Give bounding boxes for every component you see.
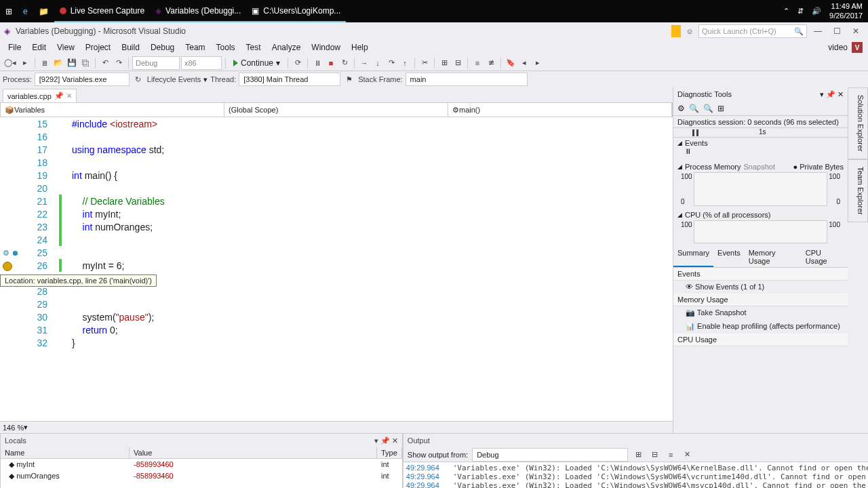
take-snapshot-link[interactable]: 📷 Take Snapshot: [673, 306, 848, 320]
start-button[interactable]: ⊞: [0, 0, 18, 22]
diag-tab-memory[interactable]: Memory Usage: [745, 247, 802, 267]
uncomment-icon[interactable]: ≢: [485, 56, 497, 70]
file-tab[interactable]: variables.cpp 📌 ✕: [3, 89, 77, 102]
solution-explorer-tab[interactable]: Solution Explorer: [848, 87, 868, 159]
continue-button[interactable]: Continue ▾: [229, 58, 284, 68]
tool-icon[interactable]: ✂: [418, 56, 431, 70]
output-clear-icon[interactable]: ✕: [681, 448, 693, 462]
tray-chevron-icon[interactable]: ⌃: [783, 7, 789, 16]
col-value[interactable]: Value: [130, 447, 377, 458]
stop-icon[interactable]: ■: [325, 56, 337, 70]
nav-class-select[interactable]: 📦 Variables: [1, 103, 224, 117]
menu-analyze[interactable]: Analyze: [267, 43, 307, 52]
lifecycle-icon[interactable]: ↻: [132, 73, 144, 86]
menu-window[interactable]: Window: [306, 43, 346, 52]
step-over-icon[interactable]: ↷: [385, 56, 397, 70]
output-tb-icon[interactable]: ⊞: [632, 448, 644, 462]
panel-close-icon[interactable]: ✕: [392, 436, 398, 445]
zoom-control[interactable]: 146 % ▾: [0, 421, 673, 433]
system-clock[interactable]: 11:49 AM9/26/2017: [829, 2, 863, 20]
thread-filter-icon[interactable]: ⚑: [343, 73, 355, 86]
col-name[interactable]: Name: [1, 447, 130, 458]
nav-back-icon[interactable]: ◯◂: [3, 56, 18, 70]
output-text[interactable]: 49:29.964 'Variables.exe' (Win32): Loade…: [403, 462, 868, 488]
video-badge[interactable]: V: [852, 42, 863, 53]
tray-volume-icon[interactable]: 🔊: [812, 7, 821, 16]
stack-select[interactable]: main: [406, 73, 528, 86]
tool2-icon[interactable]: ⊞: [438, 56, 450, 70]
taskbar-app-2[interactable]: ▣C:\Users\LogiKomp...: [246, 0, 346, 22]
team-explorer-tab[interactable]: Team Explorer: [848, 159, 868, 222]
comment-icon[interactable]: ≡: [471, 56, 484, 70]
breakpoint-icon[interactable]: [3, 262, 12, 271]
output-source-select[interactable]: Debug: [472, 448, 628, 462]
bookmark-icon[interactable]: 🔖: [505, 56, 517, 70]
diag-tab-cpu[interactable]: CPU Usage: [802, 247, 848, 267]
cpu-section[interactable]: CPU (% of all processors): [685, 211, 771, 219]
open-file-icon[interactable]: 📂: [52, 56, 64, 70]
bookmark-prev-icon[interactable]: ◂: [518, 56, 530, 70]
step-out-icon[interactable]: ↑: [399, 56, 411, 70]
close-button[interactable]: ✕: [848, 25, 864, 37]
step-into-icon[interactable]: ↓: [372, 56, 384, 70]
redo-icon[interactable]: ↷: [113, 56, 125, 70]
menu-edit[interactable]: Edit: [26, 43, 52, 52]
output-tb-icon3[interactable]: ≡: [665, 448, 677, 462]
show-events-link[interactable]: 👁 Show Events (1 of 1): [673, 281, 848, 293]
platform-select[interactable]: x86: [181, 56, 222, 70]
config-select[interactable]: Debug: [132, 56, 180, 70]
thread-select[interactable]: [3380] Main Thread: [239, 73, 340, 86]
menu-project[interactable]: Project: [80, 43, 116, 52]
panel-pin-icon[interactable]: 📌: [380, 436, 390, 445]
menu-view[interactable]: View: [52, 43, 80, 52]
pause-icon[interactable]: ⏸: [311, 56, 323, 70]
breakpoint-settings-icon[interactable]: ⚙ ⏺: [3, 249, 19, 258]
quick-launch-input[interactable]: Quick Launch (Ctrl+Q) 🔍: [698, 24, 807, 38]
notification-flag-icon[interactable]: [671, 25, 681, 37]
menu-test[interactable]: Test: [241, 43, 267, 52]
gear-icon[interactable]: ⚙: [677, 104, 685, 113]
bookmark-next-icon[interactable]: ▸: [532, 56, 544, 70]
taskbar-app-0[interactable]: Live Screen Capture: [54, 0, 150, 22]
new-project-icon[interactable]: 🗎: [39, 56, 51, 70]
process-select[interactable]: [9292] Variables.exe: [35, 73, 130, 86]
zoom-in-icon[interactable]: 🔍: [689, 104, 699, 113]
menu-tools[interactable]: Tools: [211, 43, 241, 52]
nav-scope-select[interactable]: (Global Scope): [224, 103, 448, 117]
nav-func-select[interactable]: ⚙ main(): [448, 103, 672, 117]
pin-icon[interactable]: 📌: [54, 92, 64, 100]
menu-help[interactable]: Help: [346, 43, 374, 52]
output-tb-icon2[interactable]: ⊟: [648, 448, 660, 462]
save-icon[interactable]: 💾: [66, 56, 78, 70]
menu-debug[interactable]: Debug: [145, 43, 180, 52]
menu-file[interactable]: File: [3, 43, 26, 52]
maximize-button[interactable]: ☐: [829, 25, 845, 37]
diag-close-icon[interactable]: ✕: [837, 90, 844, 98]
memory-section[interactable]: Process Memory: [685, 163, 741, 171]
reset-zoom-icon[interactable]: ⊞: [717, 104, 724, 113]
nav-fwd-icon[interactable]: ▸: [19, 56, 31, 70]
menu-build[interactable]: Build: [116, 43, 145, 52]
tray-network-icon[interactable]: ⇵: [797, 7, 804, 16]
diag-tab-events[interactable]: Events: [713, 247, 745, 267]
panel-dropdown-icon[interactable]: ▾: [374, 436, 378, 445]
code-editor[interactable]: 15#include <iostream>1617using namespace…: [0, 117, 673, 421]
explorer-icon[interactable]: 📁: [33, 0, 54, 22]
save-all-icon[interactable]: ⿻: [79, 56, 92, 70]
col-type[interactable]: Type: [377, 447, 402, 458]
diag-dropdown-icon[interactable]: ▾: [820, 90, 824, 98]
events-section[interactable]: Events: [685, 139, 708, 147]
tool3-icon[interactable]: ⊟: [452, 56, 464, 70]
undo-icon[interactable]: ↶: [99, 56, 111, 70]
next-statement-icon[interactable]: →: [358, 56, 370, 70]
browser-link-icon[interactable]: ⟳: [292, 56, 304, 70]
taskbar-app-1[interactable]: ◈Variables (Debuggi...: [150, 0, 246, 22]
close-tab-icon[interactable]: ✕: [66, 92, 72, 100]
locals-row[interactable]: ◆ numOranges-858993460int: [1, 470, 402, 482]
diag-pin-icon[interactable]: 📌: [826, 90, 835, 98]
enable-heap-link[interactable]: 📊 Enable heap profiling (affects perform…: [673, 320, 848, 333]
locals-row[interactable]: ◆ myInt-858993460int: [1, 459, 402, 470]
feedback-icon[interactable]: ☺: [684, 24, 696, 38]
zoom-out-icon[interactable]: 🔍: [703, 104, 713, 113]
minimize-button[interactable]: —: [810, 25, 826, 37]
